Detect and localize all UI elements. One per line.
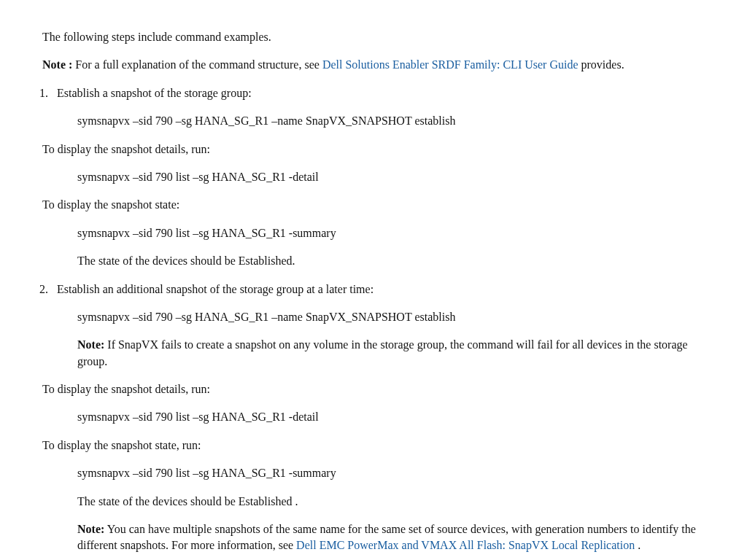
note-1: Note : For a full explanation of the com… bbox=[42, 57, 705, 73]
step-2-text: Establish an additional snapshot of the … bbox=[57, 281, 705, 298]
established-2: The state of the devices should be Estab… bbox=[77, 494, 705, 510]
command-4: symsnapvx –sid 790 –sg HANA_SG_R1 –name … bbox=[77, 309, 705, 325]
note-1-label: Note : bbox=[42, 58, 72, 71]
display-state-1: To display the snapshot state: bbox=[42, 197, 705, 213]
step-2: 2. Establish an additional snapshot of t… bbox=[42, 281, 705, 298]
link-snapvx-replication[interactable]: Dell EMC PowerMax and VMAX All Flash: Sn… bbox=[296, 539, 635, 551]
note-3: Note: You can have multiple snapshots of… bbox=[77, 521, 705, 554]
display-details-2: To display the snapshot details, run: bbox=[42, 381, 705, 397]
step-1-text: Establish a snapshot of the storage grou… bbox=[57, 85, 705, 101]
note-2: Note: If SnapVX fails to create a snapsh… bbox=[77, 337, 705, 370]
step-1: 1. Establish a snapshot of the storage g… bbox=[42, 85, 705, 101]
command-6: symsnapvx –sid 790 list –sg HANA_SG_R1 -… bbox=[77, 465, 705, 481]
note-1-posttext: provides. bbox=[578, 58, 624, 71]
command-2: symsnapvx –sid 790 list –sg HANA_SG_R1 -… bbox=[77, 169, 705, 185]
note-2-text: If SnapVX fails to create a snapshot on … bbox=[77, 338, 688, 367]
note-1-pretext: For a full explanation of the command st… bbox=[72, 58, 322, 71]
display-details-1: To display the snapshot details, run: bbox=[42, 141, 705, 158]
note-2-label: Note: bbox=[77, 338, 104, 351]
command-1: symsnapvx –sid 790 –sg HANA_SG_R1 –name … bbox=[77, 113, 705, 129]
command-5: symsnapvx –sid 790 list –sg HANA_SG_R1 -… bbox=[77, 409, 705, 425]
step-2-number: 2. bbox=[39, 281, 57, 298]
display-state-2: To display the snapshot state, run: bbox=[42, 438, 705, 454]
established-1: The state of the devices should be Estab… bbox=[77, 253, 705, 269]
link-srdf-guide[interactable]: Dell Solutions Enabler SRDF Family: CLI … bbox=[322, 58, 578, 71]
note-3-label: Note: bbox=[77, 523, 104, 535]
note-3-posttext: . bbox=[635, 539, 640, 551]
command-3: symsnapvx –sid 790 list –sg HANA_SG_R1 -… bbox=[77, 225, 705, 241]
intro-paragraph: The following steps include command exam… bbox=[42, 29, 705, 45]
step-1-number: 1. bbox=[39, 85, 57, 101]
